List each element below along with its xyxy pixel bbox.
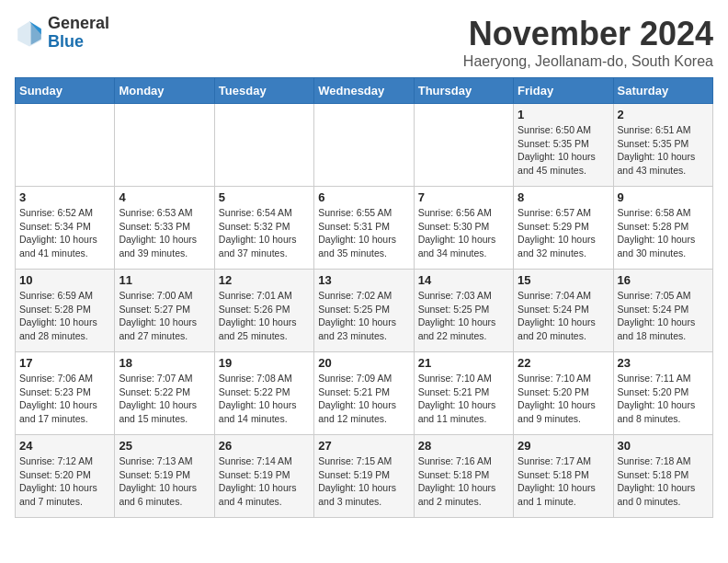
logo-text: General Blue xyxy=(48,15,109,52)
day-number: 15 xyxy=(518,273,609,287)
day-info: Sunrise: 7:05 AM Sunset: 5:24 PM Dayligh… xyxy=(618,289,709,343)
month-title: November 2024 xyxy=(463,15,713,53)
day-info: Sunrise: 7:09 AM Sunset: 5:21 PM Dayligh… xyxy=(318,372,409,426)
day-cell: 20Sunrise: 7:09 AM Sunset: 5:21 PM Dayli… xyxy=(314,352,414,435)
day-info: Sunrise: 6:57 AM Sunset: 5:29 PM Dayligh… xyxy=(518,206,609,260)
day-cell: 6Sunrise: 6:55 AM Sunset: 5:31 PM Daylig… xyxy=(314,187,414,270)
day-number: 25 xyxy=(119,439,210,453)
day-info: Sunrise: 7:08 AM Sunset: 5:22 PM Dayligh… xyxy=(219,372,310,426)
day-number: 23 xyxy=(618,356,709,370)
day-number: 10 xyxy=(19,273,110,287)
day-cell: 28Sunrise: 7:16 AM Sunset: 5:18 PM Dayli… xyxy=(414,435,513,518)
day-cell: 12Sunrise: 7:01 AM Sunset: 5:26 PM Dayli… xyxy=(214,270,313,352)
day-number: 4 xyxy=(119,190,210,204)
day-of-week-friday: Friday xyxy=(514,78,613,104)
day-info: Sunrise: 6:51 AM Sunset: 5:35 PM Dayligh… xyxy=(618,123,709,178)
day-info: Sunrise: 7:03 AM Sunset: 5:25 PM Dayligh… xyxy=(418,289,509,343)
day-info: Sunrise: 7:18 AM Sunset: 5:18 PM Dayligh… xyxy=(618,454,709,509)
day-cell xyxy=(314,104,414,187)
day-cell: 7Sunrise: 6:56 AM Sunset: 5:30 PM Daylig… xyxy=(414,187,513,270)
week-row-3: 10Sunrise: 6:59 AM Sunset: 5:28 PM Dayli… xyxy=(16,270,713,352)
day-cell: 8Sunrise: 6:57 AM Sunset: 5:29 PM Daylig… xyxy=(514,187,613,270)
day-number: 28 xyxy=(418,439,509,453)
day-info: Sunrise: 7:11 AM Sunset: 5:20 PM Dayligh… xyxy=(618,372,709,426)
day-cell: 10Sunrise: 6:59 AM Sunset: 5:28 PM Dayli… xyxy=(16,270,115,352)
day-cell: 3Sunrise: 6:52 AM Sunset: 5:34 PM Daylig… xyxy=(16,187,115,270)
calendar-header-row: SundayMondayTuesdayWednesdayThursdayFrid… xyxy=(16,78,713,104)
day-info: Sunrise: 7:04 AM Sunset: 5:24 PM Dayligh… xyxy=(518,289,609,343)
day-cell: 18Sunrise: 7:07 AM Sunset: 5:22 PM Dayli… xyxy=(115,352,214,435)
day-cell: 16Sunrise: 7:05 AM Sunset: 5:24 PM Dayli… xyxy=(613,270,712,352)
day-info: Sunrise: 6:55 AM Sunset: 5:31 PM Dayligh… xyxy=(318,206,409,260)
week-row-2: 3Sunrise: 6:52 AM Sunset: 5:34 PM Daylig… xyxy=(16,187,713,270)
day-of-week-thursday: Thursday xyxy=(414,78,513,104)
day-info: Sunrise: 6:56 AM Sunset: 5:30 PM Dayligh… xyxy=(418,206,509,260)
day-cell: 15Sunrise: 7:04 AM Sunset: 5:24 PM Dayli… xyxy=(514,270,613,352)
day-info: Sunrise: 7:16 AM Sunset: 5:18 PM Dayligh… xyxy=(418,454,509,509)
day-cell xyxy=(214,104,313,187)
day-number: 26 xyxy=(219,439,310,453)
day-number: 18 xyxy=(119,356,210,370)
day-number: 16 xyxy=(618,273,709,287)
day-of-week-wednesday: Wednesday xyxy=(314,78,414,104)
day-number: 3 xyxy=(19,190,110,204)
day-number: 17 xyxy=(19,356,110,370)
logo-icon xyxy=(15,18,44,48)
day-info: Sunrise: 7:13 AM Sunset: 5:19 PM Dayligh… xyxy=(119,454,210,509)
day-of-week-tuesday: Tuesday xyxy=(214,78,313,104)
week-row-1: 1Sunrise: 6:50 AM Sunset: 5:35 PM Daylig… xyxy=(16,104,713,187)
day-number: 11 xyxy=(119,273,210,287)
title-block: November 2024 Haeryong, Jeollanam-do, So… xyxy=(463,15,713,70)
day-info: Sunrise: 7:10 AM Sunset: 5:20 PM Dayligh… xyxy=(518,372,609,426)
day-number: 5 xyxy=(219,190,310,204)
day-cell: 2Sunrise: 6:51 AM Sunset: 5:35 PM Daylig… xyxy=(613,104,712,187)
day-cell: 23Sunrise: 7:11 AM Sunset: 5:20 PM Dayli… xyxy=(613,352,712,435)
day-cell: 24Sunrise: 7:12 AM Sunset: 5:20 PM Dayli… xyxy=(16,435,115,518)
day-info: Sunrise: 6:52 AM Sunset: 5:34 PM Dayligh… xyxy=(19,206,110,260)
day-number: 8 xyxy=(518,190,609,204)
day-cell: 5Sunrise: 6:54 AM Sunset: 5:32 PM Daylig… xyxy=(214,187,313,270)
day-info: Sunrise: 7:15 AM Sunset: 5:19 PM Dayligh… xyxy=(318,454,409,509)
day-cell: 22Sunrise: 7:10 AM Sunset: 5:20 PM Dayli… xyxy=(514,352,613,435)
day-number: 22 xyxy=(518,356,609,370)
day-info: Sunrise: 7:06 AM Sunset: 5:23 PM Dayligh… xyxy=(19,372,110,426)
day-of-week-sunday: Sunday xyxy=(16,78,115,104)
day-info: Sunrise: 7:10 AM Sunset: 5:21 PM Dayligh… xyxy=(418,372,509,426)
day-number: 27 xyxy=(318,439,409,453)
day-cell: 26Sunrise: 7:14 AM Sunset: 5:19 PM Dayli… xyxy=(214,435,313,518)
day-number: 1 xyxy=(518,108,609,121)
day-cell: 13Sunrise: 7:02 AM Sunset: 5:25 PM Dayli… xyxy=(314,270,414,352)
day-info: Sunrise: 6:58 AM Sunset: 5:28 PM Dayligh… xyxy=(618,206,709,260)
day-cell: 4Sunrise: 6:53 AM Sunset: 5:33 PM Daylig… xyxy=(115,187,214,270)
day-of-week-monday: Monday xyxy=(115,78,214,104)
day-cell: 17Sunrise: 7:06 AM Sunset: 5:23 PM Dayli… xyxy=(16,352,115,435)
calendar: SundayMondayTuesdayWednesdayThursdayFrid… xyxy=(15,77,713,518)
day-number: 7 xyxy=(418,190,509,204)
day-number: 13 xyxy=(318,273,409,287)
day-cell: 21Sunrise: 7:10 AM Sunset: 5:21 PM Dayli… xyxy=(414,352,513,435)
calendar-body: 1Sunrise: 6:50 AM Sunset: 5:35 PM Daylig… xyxy=(16,104,713,518)
day-number: 21 xyxy=(418,356,509,370)
day-info: Sunrise: 7:00 AM Sunset: 5:27 PM Dayligh… xyxy=(119,289,210,343)
day-cell xyxy=(16,104,115,187)
day-cell: 9Sunrise: 6:58 AM Sunset: 5:28 PM Daylig… xyxy=(613,187,712,270)
day-cell xyxy=(115,104,214,187)
day-cell: 1Sunrise: 6:50 AM Sunset: 5:35 PM Daylig… xyxy=(514,104,613,187)
day-number: 14 xyxy=(418,273,509,287)
day-cell: 19Sunrise: 7:08 AM Sunset: 5:22 PM Dayli… xyxy=(214,352,313,435)
day-cell: 25Sunrise: 7:13 AM Sunset: 5:19 PM Dayli… xyxy=(115,435,214,518)
day-info: Sunrise: 6:50 AM Sunset: 5:35 PM Dayligh… xyxy=(518,123,609,178)
day-info: Sunrise: 7:14 AM Sunset: 5:19 PM Dayligh… xyxy=(219,454,310,509)
day-number: 30 xyxy=(618,439,709,453)
day-info: Sunrise: 7:12 AM Sunset: 5:20 PM Dayligh… xyxy=(19,454,110,509)
logo: General Blue xyxy=(15,15,109,52)
day-info: Sunrise: 7:07 AM Sunset: 5:22 PM Dayligh… xyxy=(119,372,210,426)
day-info: Sunrise: 6:59 AM Sunset: 5:28 PM Dayligh… xyxy=(19,289,110,343)
week-row-5: 24Sunrise: 7:12 AM Sunset: 5:20 PM Dayli… xyxy=(16,435,713,518)
day-number: 19 xyxy=(219,356,310,370)
day-info: Sunrise: 7:17 AM Sunset: 5:18 PM Dayligh… xyxy=(518,454,609,509)
day-number: 12 xyxy=(219,273,310,287)
day-cell: 27Sunrise: 7:15 AM Sunset: 5:19 PM Dayli… xyxy=(314,435,414,518)
day-cell: 30Sunrise: 7:18 AM Sunset: 5:18 PM Dayli… xyxy=(613,435,712,518)
day-info: Sunrise: 7:02 AM Sunset: 5:25 PM Dayligh… xyxy=(318,289,409,343)
